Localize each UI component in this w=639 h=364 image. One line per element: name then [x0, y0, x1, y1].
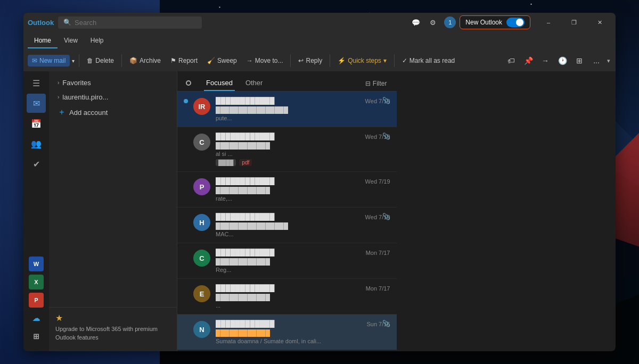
avatar: H [193, 214, 210, 231]
mail-item[interactable]: P ████████████ Wed 7/19 ████████████ rat… [177, 172, 397, 208]
upgrade-text: Upgrade to Microsoft 365 with premium Ou… [55, 325, 170, 342]
mail-item[interactable]: C ████████████ Mon 7/17 ████████████ Reg… [177, 243, 397, 279]
minimize-button[interactable]: – [537, 13, 560, 32]
tag-button[interactable]: 🏷 [504, 53, 519, 68]
new-mail-dropdown[interactable]: ▾ [71, 56, 76, 66]
quick-steps-button[interactable]: ⚡ Quick steps ▾ [333, 55, 391, 67]
mail-subject: ████████████ [216, 142, 390, 150]
mail-content: ████████████ Sun 7/16 ████████████ Sumat… [216, 320, 390, 344]
mail-content: ████████████ Mon 7/17 ████████████ ... [216, 284, 390, 309]
history-button[interactable]: 🕐 [555, 53, 570, 68]
delete-button[interactable]: 🗑 Delete [83, 55, 118, 67]
sidebar-item-calendar[interactable]: 📅 [27, 114, 46, 133]
reply-button[interactable]: ↩ Reply [294, 55, 326, 67]
feedback-button[interactable]: 💬 [408, 15, 423, 30]
new-outlook-badge: New Outlook [460, 15, 530, 29]
mail-content: ████████████ Wed 7/19 ████████████████ M… [216, 213, 390, 237]
avatar: N [193, 321, 210, 338]
forward-button[interactable]: → [538, 53, 553, 68]
mail-item[interactable]: IR ████████████ Wed 7/19 ███████████████… [177, 92, 397, 127]
mail-sender: ████████████ [216, 97, 275, 105]
mail-header: ████████████ Mon 7/17 [216, 249, 390, 257]
mail-item[interactable]: E ████████████ Mon 7/17 ████████████ ... [177, 279, 397, 315]
maximize-button[interactable]: ❐ [562, 13, 586, 32]
search-input[interactable] [75, 19, 181, 27]
delete-label: Delete [95, 57, 114, 64]
add-account-icon: + [58, 107, 66, 117]
separator-3 [290, 54, 291, 67]
upgrade-icon: ★ [55, 313, 63, 322]
search-box[interactable]: 🔍 [58, 16, 202, 29]
close-button[interactable]: ✕ [588, 13, 611, 32]
quick-steps-dropdown-icon: ▾ [383, 57, 387, 64]
sidebar-item-contacts[interactable]: 👥 [27, 134, 46, 153]
avatar: E [193, 285, 210, 302]
all-apps-icon[interactable]: ⊞ [29, 329, 44, 344]
mail-tag: ████ [216, 159, 236, 166]
title-bar: Outlook 🔍 💬 ⚙ 1 New Outlook – ❐ ✕ [23, 13, 616, 32]
search-icon: 🔍 [63, 19, 71, 26]
sidebar-item-tasks[interactable]: ✔ [27, 154, 46, 173]
mail-header: ████████████ Wed 7/19 [216, 133, 390, 140]
attachment-icon: 📎 [382, 133, 390, 140]
mail-subject: ████████████ [216, 329, 390, 337]
focused-label: Focused [206, 79, 233, 87]
hamburger-menu-button[interactable]: ☰ [27, 73, 46, 93]
account-button[interactable]: 1 [443, 15, 457, 30]
sweep-button[interactable]: 🧹 Sweep [203, 55, 241, 67]
onedrive-app-icon[interactable]: ☁ [29, 311, 44, 326]
nav-item-account[interactable]: › laurentiu.piro... [51, 90, 175, 104]
report-label: Report [178, 57, 198, 64]
upgrade-banner[interactable]: ★ Upgrade to Microsoft 365 with premium … [49, 307, 177, 347]
tab-home[interactable]: Home [28, 34, 58, 48]
quick-steps-icon: ⚡ [338, 57, 346, 64]
add-account-item[interactable]: + Add account [51, 105, 175, 120]
attachment-icon: 📎 [382, 320, 390, 327]
content-area: › Favorites › laurentiu.piro... + Add ac… [49, 71, 616, 351]
pin-button[interactable]: 📌 [521, 53, 536, 68]
mail-item[interactable]: C ████████████ Wed 7/19 ████████████ al … [177, 127, 397, 172]
move-icon: → [247, 57, 253, 64]
report-button[interactable]: ⚑ Report [166, 55, 202, 67]
outlook-window: Outlook 🔍 💬 ⚙ 1 New Outlook – ❐ ✕ [23, 13, 616, 351]
powerpoint-app-icon[interactable]: P [29, 293, 44, 308]
gear-icon: ⚙ [430, 19, 436, 27]
mail-subject: ████████████ [216, 187, 390, 194]
nav-item-favorites[interactable]: › Favorites [51, 76, 175, 89]
mail-content: ████████████ Wed 7/19 ████████████ rate,… [216, 177, 390, 202]
ribbon-right: 🏷 📌 → 🕐 ⊞ ... ▾ [504, 53, 611, 68]
settings-button[interactable]: ⚙ [425, 15, 440, 30]
mail-header: ████████████ Mon 7/17 [216, 284, 390, 292]
archive-button[interactable]: 📦 Archive [125, 55, 165, 67]
icon-sidebar-top: ☰ ✉ 📅 👥 ✔ [27, 73, 46, 254]
separator-5 [394, 54, 395, 67]
tab-view[interactable]: View [58, 34, 84, 48]
immersive-button[interactable]: ⊞ [572, 53, 587, 68]
filter-button[interactable]: ⊟ Filter [362, 78, 390, 89]
mail-header: ████████████ Wed 7/19 [216, 213, 390, 221]
ribbon: Home View Help ✉ New mail ▾ 🗑 Delete 📦 A… [23, 32, 616, 71]
mail-preview: Reg... [216, 267, 390, 273]
more-button[interactable]: ... [589, 53, 604, 68]
attachment-icon: 📎 [382, 97, 390, 104]
tab-focused[interactable]: Focused [204, 76, 235, 91]
sidebar-item-mail[interactable]: ✉ [27, 94, 46, 113]
favorites-chevron-icon: › [58, 80, 59, 86]
separator-2 [121, 54, 122, 67]
word-app-icon[interactable]: W [29, 257, 44, 271]
new-outlook-toggle[interactable] [506, 18, 525, 27]
reply-icon: ↩ [298, 57, 304, 64]
mail-preview: ... [216, 302, 390, 309]
mail-item[interactable]: N ████████████ Sun 7/16 ████████████ Sum… [177, 315, 397, 350]
move-to-button[interactable]: → Move to... [242, 55, 288, 67]
excel-app-icon[interactable]: X [29, 275, 44, 289]
move-label: Move to... [255, 57, 283, 64]
mark-read-icon: ✓ [402, 57, 407, 64]
reading-pane [397, 71, 616, 351]
tab-help[interactable]: Help [84, 34, 110, 48]
collapse-ribbon-button[interactable]: ▾ [606, 56, 611, 65]
new-mail-button[interactable]: ✉ New mail [28, 55, 70, 67]
tab-other[interactable]: Other [243, 76, 265, 91]
mark-all-read-button[interactable]: ✓ Mark all as read [398, 55, 459, 67]
mail-item[interactable]: H ████████████ Wed 7/19 ████████████████… [177, 208, 397, 243]
